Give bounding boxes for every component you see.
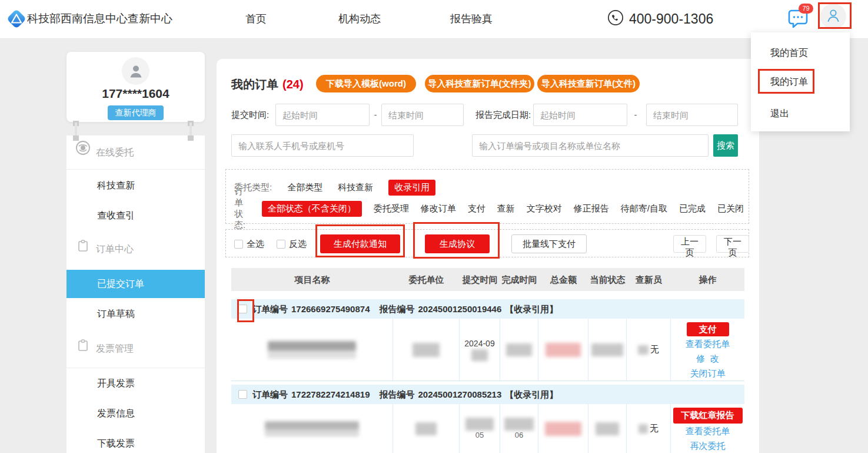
- download-stamped-report-button[interactable]: 下载红章报告: [673, 408, 743, 424]
- menu-item-logout[interactable]: 退出: [770, 103, 789, 124]
- select-all-checkbox[interactable]: [234, 240, 243, 249]
- status-option-search[interactable]: 查新: [497, 203, 515, 214]
- sidebar-section-order-center[interactable]: 订单中心: [66, 238, 205, 260]
- redacted-unit: [413, 343, 440, 357]
- cell-current-status: [588, 319, 627, 381]
- recommission-link[interactable]: 再次委托: [690, 438, 726, 453]
- redacted-amount: [546, 343, 581, 357]
- sidebar-section-invoice-management[interactable]: 发票管理: [66, 338, 205, 360]
- type-option-tech-novelty[interactable]: 科技查新: [338, 182, 373, 193]
- status-option-all[interactable]: 全部状态（不含关闭）: [262, 201, 362, 217]
- status-option-modify[interactable]: 修改订单: [421, 203, 456, 214]
- menu-item-my-home[interactable]: 我的首页: [770, 42, 808, 64]
- redacted-status: [591, 343, 623, 356]
- invert-select-group: 反选: [277, 230, 307, 258]
- cell-submit-time: 2024-09: [460, 319, 500, 381]
- status-option-revise[interactable]: 修正报告: [574, 203, 609, 214]
- divider: [66, 169, 205, 170]
- status-option-proofread[interactable]: 文字校对: [527, 203, 562, 214]
- sidebar-item-download-invoice[interactable]: 下载发票: [66, 432, 205, 453]
- messages-button[interactable]: 79: [786, 6, 811, 31]
- hotline-number: 400-900-1306: [629, 11, 713, 27]
- status-option-pay[interactable]: 支付: [468, 203, 485, 214]
- sidebar-item-invoice-info[interactable]: 发票信息: [66, 402, 205, 425]
- phone-icon: [607, 9, 624, 28]
- chat-bubble-icon: [786, 22, 810, 32]
- search-button[interactable]: 搜索: [713, 134, 738, 157]
- generate-agreement-button[interactable]: 生成协议: [425, 234, 490, 253]
- sidebar-item-tech-novelty-search[interactable]: 科技查新: [66, 174, 205, 197]
- finish-time-fragment: 06: [515, 431, 523, 439]
- redacted-searcher: [638, 424, 648, 434]
- col-submit-time: 提交时间: [460, 268, 500, 291]
- nav-report-verify[interactable]: 报告验真: [446, 0, 497, 38]
- prev-page-button[interactable]: 上一页: [673, 235, 706, 253]
- status-option-finished[interactable]: 已完成: [679, 203, 706, 214]
- order-bar: 订单编号1722782274214819报告编号2024500127008521…: [231, 385, 744, 404]
- card-connector-pin: [73, 121, 79, 141]
- status-option-accepted[interactable]: 委托受理: [374, 203, 409, 214]
- sidebar-item-submitted-orders[interactable]: 已提交订单: [66, 270, 205, 298]
- order-row-checkbox[interactable]: [238, 390, 247, 399]
- agent-role-button[interactable]: 查新代理商: [108, 105, 164, 120]
- user-menu-button[interactable]: [820, 4, 846, 29]
- download-template-button[interactable]: 下载导入模板(word): [316, 75, 416, 92]
- submit-start-input[interactable]: [275, 104, 370, 126]
- import-orders-folder-button[interactable]: 导入科技查新订单(文件夹): [425, 75, 534, 92]
- cell-total-amount: [538, 319, 588, 381]
- sidebar-item-issue-invoice[interactable]: 开具发票: [66, 372, 205, 395]
- view-commission-link[interactable]: 查看委托单: [686, 336, 730, 351]
- redacted-status: [596, 422, 619, 435]
- status-option-mail-pickup[interactable]: 待邮寄/自取: [621, 203, 667, 214]
- cell-searcher: 无: [627, 319, 671, 381]
- close-order-link[interactable]: 关闭订单: [690, 366, 726, 381]
- masked-phone: 177****1604: [66, 87, 205, 101]
- table-header: 项目名称 委托单位 提交时间 完成时间 总金额 当前状态 查新员 操作: [231, 268, 744, 291]
- contact-phone-input[interactable]: [231, 134, 414, 157]
- invert-select-checkbox[interactable]: [277, 240, 285, 249]
- sidebar-menu: 在线委托 科技查新 查收查引 订单中心 已提交订单 订单草稿: [66, 135, 205, 453]
- cell-operations: 支付 查看委托单 修 改 关闭订单: [671, 319, 744, 381]
- col-current-status: 当前状态: [588, 268, 627, 291]
- cell-commission-unit: [393, 319, 460, 381]
- finish-start-input[interactable]: [533, 104, 627, 126]
- finish-end-input[interactable]: [646, 104, 738, 126]
- next-page-button[interactable]: 下一页: [716, 235, 749, 253]
- globe-circle-icon: [75, 140, 91, 165]
- import-orders-file-button[interactable]: 导入科技查新订单(文件): [537, 75, 640, 92]
- order-row-checkbox[interactable]: [238, 305, 247, 313]
- page-title: 我的订单(24): [231, 77, 304, 92]
- invert-select-label: 反选: [289, 239, 307, 250]
- type-option-all[interactable]: 全部类型: [287, 182, 322, 193]
- range-dash: -: [372, 104, 379, 126]
- status-filter-label: 订单状态:: [234, 186, 250, 231]
- status-option-closed[interactable]: 已关闭: [717, 203, 744, 214]
- submit-end-input[interactable]: [381, 104, 464, 126]
- range-dash: -: [632, 104, 639, 126]
- view-commission-link[interactable]: 查看委托单: [686, 424, 730, 438]
- generate-pay-notice-button[interactable]: 生成付款通知: [320, 234, 400, 253]
- keyword-input[interactable]: [472, 134, 709, 157]
- order-type-tag: 【收录引用】: [505, 304, 558, 314]
- sidebar-item-order-drafts[interactable]: 订单草稿: [66, 303, 205, 325]
- nav-agency-news[interactable]: 机构动态: [334, 0, 385, 38]
- pay-button[interactable]: 支付: [687, 322, 729, 336]
- order-no-label: 订单编号: [252, 304, 288, 314]
- cell-total-amount: [538, 404, 588, 453]
- redacted-finish-time: [506, 343, 532, 356]
- batch-offline-pay-button[interactable]: 批量线下支付: [511, 234, 587, 253]
- redacted-amount: [545, 422, 581, 436]
- sidebar-item-citation-check[interactable]: 查收查引: [66, 204, 205, 227]
- menu-item-my-orders[interactable]: 我的订单: [770, 71, 808, 92]
- nav-home[interactable]: 首页: [238, 0, 274, 38]
- modify-link[interactable]: 修 改: [696, 351, 719, 366]
- cell-finish-time: 06: [500, 404, 538, 453]
- col-commission-unit: 委托单位: [393, 268, 460, 291]
- type-option-citation[interactable]: 收录引用: [388, 180, 435, 196]
- col-project-name: 项目名称: [231, 268, 393, 291]
- order-numbers: 订单编号1726669275490874报告编号2024500125001944…: [252, 299, 561, 319]
- batch-actions-box: 全选 反选 生成付款通知 生成协议 批量线下支付 上一页 下一页: [225, 229, 749, 257]
- sidebar-section-online-commission[interactable]: 在线委托: [66, 140, 205, 165]
- redacted-searcher: [638, 345, 648, 355]
- cell-finish-time: [500, 319, 538, 381]
